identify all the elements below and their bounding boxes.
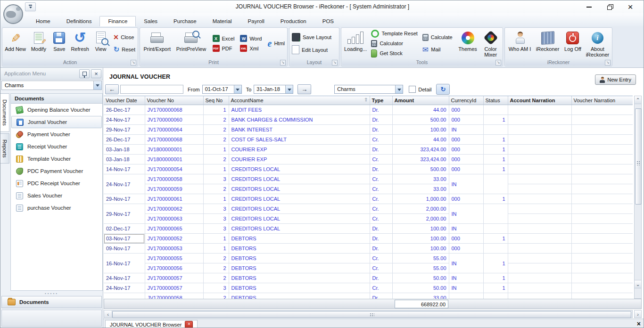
vertical-scrollbar[interactable]	[634, 96, 642, 299]
cell-accountname[interactable]: AUDIT FEES	[229, 105, 370, 115]
cell-account-narration[interactable]	[508, 263, 571, 273]
cell-account-narration[interactable]	[508, 145, 571, 155]
get-stock-button[interactable]: Get Stock	[370, 49, 419, 57]
sidebar-item-journal-voucher[interactable]: Journal Voucher	[11, 116, 102, 128]
cell-amount[interactable]: 100.00	[392, 234, 449, 244]
cell-voucher-no[interactable]: JV1800000001	[145, 155, 203, 164]
cell-account-narration[interactable]	[508, 155, 571, 164]
calculate-button[interactable]: Calculate	[421, 33, 454, 41]
cell-voucher-date[interactable]: 29-Nov-17	[104, 194, 145, 204]
ribbon-tab-purchase[interactable]: Purchase	[165, 16, 205, 26]
cell-type[interactable]: Cr.	[370, 194, 392, 204]
cell-seq-no[interactable]: 1	[203, 244, 229, 254]
cell-account-narration[interactable]	[508, 135, 571, 145]
cell-voucher-no[interactable]: JV1700000057	[145, 273, 203, 283]
cell-voucher-no[interactable]: JV1700000068	[145, 105, 203, 115]
column-header-type[interactable]: Type	[370, 96, 392, 105]
horizontal-scroll-thumb[interactable]	[112, 311, 631, 318]
column-header-status[interactable]: Status	[483, 96, 508, 105]
cell-voucher-narration[interactable]	[571, 293, 633, 300]
export-html-button[interactable]: Html	[266, 39, 287, 48]
scroll-up-button[interactable]	[635, 96, 641, 104]
cell-currencyid[interactable]: IN	[449, 174, 483, 194]
log-off-button[interactable]: Log Off	[561, 28, 584, 59]
tabbar-close-icon[interactable]	[637, 320, 641, 327]
cell-voucher-narration[interactable]	[571, 105, 633, 115]
print-preview-button[interactable]: PrintPreView	[173, 28, 209, 59]
cell-accountname[interactable]: COURIER EXP	[229, 155, 370, 164]
dialog-launcher-icon[interactable]	[495, 60, 501, 66]
cell-voucher-no[interactable]: JV1700000054	[145, 164, 203, 174]
cell-amount[interactable]: 33.00	[392, 184, 449, 194]
cell-status[interactable]: 1	[483, 273, 508, 283]
cell-status[interactable]	[483, 224, 508, 234]
cell-voucher-narration[interactable]	[571, 184, 633, 194]
ribbon-tab-production[interactable]: Production	[272, 16, 314, 26]
cell-voucher-date[interactable]: 02-Dec-17	[104, 224, 145, 234]
cell-amount[interactable]: 2,000.00	[392, 214, 449, 224]
mail-button[interactable]: Mail	[421, 45, 454, 54]
cell-type[interactable]: Dr.	[370, 224, 392, 234]
new-entry-button[interactable]: New Entry	[595, 74, 636, 85]
close-ribbon-button[interactable]: Close	[112, 33, 137, 41]
cell-currencyid[interactable]: 000	[449, 105, 483, 115]
tab-close-icon[interactable]	[185, 321, 193, 328]
cell-accountname[interactable]: CREDITORS LOCAL	[229, 184, 370, 194]
cell-voucher-narration[interactable]	[571, 135, 633, 145]
cell-voucher-no[interactable]: JV1700000064	[145, 125, 203, 135]
cell-amount[interactable]: 323,424.00	[392, 155, 449, 164]
cell-status[interactable]: 1	[483, 194, 508, 204]
cell-voucher-narration[interactable]	[571, 273, 633, 283]
chevron-down-icon[interactable]	[285, 85, 293, 93]
cell-voucher-narration[interactable]	[571, 115, 633, 125]
cell-account-narration[interactable]	[508, 115, 571, 125]
cell-amount[interactable]: 1,000.00	[392, 194, 449, 204]
cell-currencyid[interactable]: 000	[449, 194, 483, 204]
dialog-launcher-icon[interactable]	[332, 60, 338, 66]
cell-accountname[interactable]: DEBTORS	[229, 293, 370, 300]
splitter-dots-icon[interactable]: •••••	[1, 292, 102, 296]
cell-voucher-no[interactable]: JV1700000052	[145, 234, 203, 244]
cell-amount[interactable]: 100.00	[392, 244, 449, 254]
cell-account-narration[interactable]	[508, 105, 571, 115]
cell-voucher-no[interactable]: JV1700000059	[145, 184, 203, 194]
cell-voucher-narration[interactable]	[571, 244, 633, 254]
cell-currencyid[interactable]: 000	[449, 234, 483, 244]
dialog-launcher-icon[interactable]	[280, 60, 286, 66]
horizontal-scrollbar[interactable]	[104, 310, 633, 318]
charms-filter-combo[interactable]: Charms	[334, 85, 403, 94]
cell-voucher-narration[interactable]	[571, 155, 633, 164]
cell-seq-no[interactable]: 3	[203, 174, 229, 184]
cell-seq-no[interactable]: 1	[203, 194, 229, 204]
scroll-left-button[interactable]	[104, 311, 112, 318]
cell-accountname[interactable]: BANK INTEREST	[229, 125, 370, 135]
cell-currencyid[interactable]: IN	[449, 273, 483, 283]
cell-accountname[interactable]: DEBTORS	[229, 254, 370, 263]
cell-voucher-date[interactable]: 29-Nov-17	[104, 204, 145, 224]
cell-currencyid[interactable]: IN	[449, 224, 483, 234]
cell-amount[interactable]: 55.00	[392, 263, 449, 273]
column-header-voucher-date[interactable]: Voucher Date	[104, 96, 145, 105]
cell-voucher-narration[interactable]	[571, 125, 633, 135]
cell-voucher-narration[interactable]	[571, 194, 633, 204]
cell-status[interactable]: 1	[483, 155, 508, 164]
cell-accountname[interactable]: BANK CHARGES & COMMISSION	[229, 115, 370, 125]
cell-amount[interactable]: 33.00	[392, 174, 449, 184]
from-date-combo[interactable]: 01-Oct-17	[202, 85, 242, 94]
cell-seq-no[interactable]: 3	[203, 224, 229, 234]
cell-currencyid[interactable]: IN	[449, 283, 483, 293]
modify-button[interactable]: Modify	[27, 28, 50, 59]
cell-status[interactable]: 1	[483, 135, 508, 145]
close-button[interactable]	[620, 0, 641, 13]
cell-voucher-date[interactable]: 29-Nov-17	[104, 125, 145, 135]
search-input[interactable]	[120, 85, 183, 94]
refresh-globe-button[interactable]	[436, 84, 450, 95]
cell-voucher-no[interactable]: JV1700000058	[145, 293, 203, 300]
sidebar-close-button[interactable]	[91, 69, 101, 78]
cell-accountname[interactable]: DEBTORS	[229, 283, 370, 293]
cell-currencyid[interactable]: 000	[449, 135, 483, 145]
cell-currencyid[interactable]: IN	[449, 293, 483, 300]
minimize-button[interactable]	[578, 0, 599, 13]
cell-status[interactable]: 1	[483, 145, 508, 155]
column-header-voucher-narration[interactable]: Voucher Narration	[571, 96, 633, 105]
